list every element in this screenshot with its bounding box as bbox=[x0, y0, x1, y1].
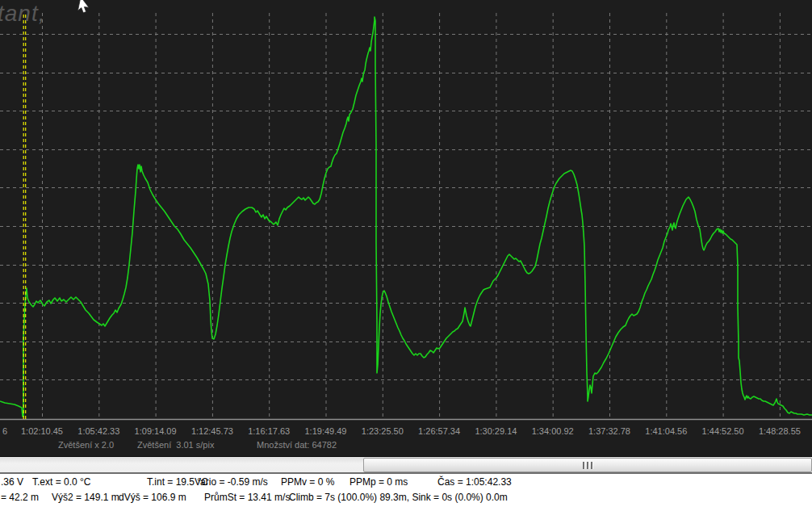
time-tick-label: 1:05:42.33 bbox=[66, 426, 131, 436]
time-tick-label: 1:26:57.34 bbox=[407, 426, 471, 436]
time-tick-label: 1:44:52.50 bbox=[691, 426, 755, 436]
telemetry-value: Climb = 7s (100.0%) 89.3m, Sink = 0s (0.… bbox=[289, 492, 508, 503]
horizontal-scrollbar[interactable] bbox=[0, 456, 812, 473]
time-tick-label: 1:02:10.45 bbox=[10, 426, 74, 436]
watermark-text: tant, bbox=[0, 1, 45, 27]
altitude-chart-plot[interactable]: tant, bbox=[0, 0, 812, 456]
time-tick-label: 1:48:28.55 bbox=[747, 426, 812, 436]
telemetry-value: Čas = 1:05:42.33 bbox=[437, 476, 512, 488]
status-item: Množství dat: 64782 bbox=[257, 440, 337, 450]
status-item: Zvětšení 3.01 s/pix bbox=[137, 440, 214, 450]
altitude-trace-line bbox=[0, 17, 812, 417]
telemetry-readout-panel: .36 VT.ext = 0.0 °CT.int = 19.5 °CVario … bbox=[0, 474, 812, 507]
telemetry-viewer-window: tant, 61:02:10.451:05:42.331:09:14.091:1… bbox=[0, 0, 812, 507]
telemetry-value: Výš2 = 149.1 m bbox=[52, 492, 119, 503]
time-axis: 61:02:10.451:05:42.331:09:14.091:12:45.7… bbox=[0, 426, 812, 438]
telemetry-value: PrůmSt = 13.41 m/s bbox=[204, 492, 290, 503]
time-tick-label: 1:34:00.92 bbox=[521, 426, 585, 436]
chart-canvas[interactable] bbox=[0, 0, 812, 456]
time-tick-label: 1:12:45.73 bbox=[180, 426, 245, 436]
time-tick-label: 1:41:04.56 bbox=[634, 426, 698, 436]
time-tick-label: 1:37:32.78 bbox=[577, 426, 642, 436]
status-item: Zvětšení x 2.0 bbox=[58, 440, 114, 450]
telemetry-value: PPMp = 0 ms bbox=[349, 476, 408, 488]
telemetry-value: .36 V bbox=[1, 476, 23, 488]
telemetry-value: T.ext = 0.0 °C bbox=[32, 476, 91, 488]
time-tick-label-partial: 6 bbox=[2, 426, 7, 436]
telemetry-value: PPMv = 0 % bbox=[281, 476, 334, 488]
time-tick-label: 1:09:14.09 bbox=[123, 426, 188, 436]
time-tick-label: 1:19:49.49 bbox=[294, 426, 358, 436]
scrollbar-grip-icon bbox=[583, 462, 593, 469]
status-bar: Zvětšení x 2.0Zvětšení 3.01 s/pixMnožstv… bbox=[0, 440, 812, 452]
telemetry-value: Vario = -0.59 m/s bbox=[195, 476, 268, 488]
scrollbar-thumb[interactable] bbox=[363, 458, 812, 472]
time-tick-label: 1:23:25.50 bbox=[350, 426, 415, 436]
time-tick-label: 1:16:17.63 bbox=[236, 426, 301, 436]
time-tick-label: 1:30:29.14 bbox=[463, 426, 528, 436]
telemetry-value: dVýš = 106.9 m bbox=[119, 492, 186, 503]
telemetry-value: = 42.2 m bbox=[1, 492, 39, 503]
